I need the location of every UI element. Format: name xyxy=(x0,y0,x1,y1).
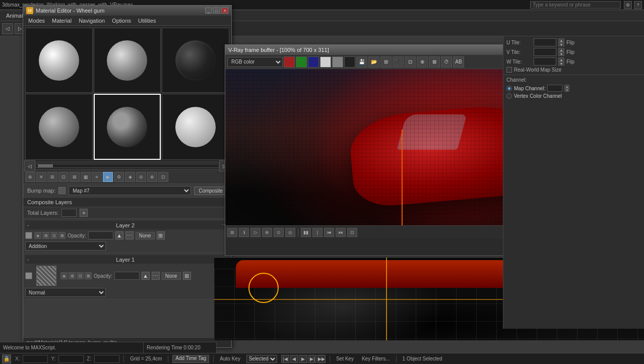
vbt-btn-2[interactable]: ℹ xyxy=(239,228,249,237)
vray-gray-btn[interactable] xyxy=(332,56,343,68)
map-channel-down[interactable]: ▼ xyxy=(564,88,569,92)
toolbar-btn-1[interactable]: ◁ xyxy=(2,23,13,34)
restore-button[interactable]: □ xyxy=(213,8,220,14)
mat-tool-1[interactable]: ⊕ xyxy=(25,172,35,182)
mat-tool-5[interactable]: ⊠ xyxy=(70,172,80,182)
mat-tool-12[interactable]: ⊕ xyxy=(147,172,157,182)
anim-play-btn[interactable]: ▶ xyxy=(299,355,307,363)
bump-map-select[interactable]: Map #7 xyxy=(69,186,191,195)
mat-tool-13[interactable]: ⊡ xyxy=(158,172,168,182)
vray-compare-btn[interactable]: ⊠ xyxy=(429,56,440,68)
u-tile-input[interactable]: 1,0 xyxy=(534,38,556,46)
map-channel-input[interactable]: 1 xyxy=(547,85,562,92)
mat-tool-4[interactable]: ⊡ xyxy=(58,172,69,182)
selected-dropdown[interactable]: Selected xyxy=(246,355,277,363)
vbt-btn-8[interactable]: | xyxy=(312,228,323,237)
layer-1-icon-1[interactable]: ◈ xyxy=(60,272,68,279)
search-icon[interactable]: ⚙ xyxy=(624,1,632,9)
u-tile-up[interactable]: ▲ xyxy=(558,38,564,42)
vray-color-mode-select[interactable]: RGB color xyxy=(227,57,283,67)
vray-black-btn[interactable] xyxy=(344,56,355,68)
real-world-checkbox[interactable] xyxy=(506,67,512,73)
vbt-btn-1[interactable]: ⊞ xyxy=(227,228,237,237)
vbt-btn-11[interactable]: ⊡ xyxy=(347,228,357,237)
minimize-button[interactable]: _ xyxy=(205,8,212,14)
bump-pin-icon[interactable] xyxy=(58,187,66,194)
vray-green-channel-btn[interactable] xyxy=(296,56,307,68)
layer-1-icon-4[interactable]: ⊠ xyxy=(85,272,92,279)
anim-end-btn[interactable]: ▶▶ xyxy=(317,355,326,363)
mat-scrollbar-h[interactable]: ◁ ▷ xyxy=(23,162,231,170)
vray-history-btn[interactable]: ⏱ xyxy=(441,56,452,68)
map-channel-up[interactable]: ▲ xyxy=(564,85,569,88)
mat-tool-11[interactable]: ⊖ xyxy=(136,172,146,182)
add-layer-button[interactable]: + xyxy=(80,209,88,217)
vbt-btn-6[interactable]: ◎ xyxy=(285,228,295,237)
v-tile-input[interactable]: 1,0 xyxy=(534,48,556,56)
mat-menu-navigation[interactable]: Navigation xyxy=(76,17,108,25)
w-tile-down[interactable]: ▼ xyxy=(558,62,564,66)
mat-sphere-2[interactable] xyxy=(94,28,161,93)
layer-2-none-button[interactable]: None xyxy=(136,232,155,239)
mat-tool-3[interactable]: ⊞ xyxy=(47,172,57,182)
vbt-btn-5[interactable]: ⊙ xyxy=(274,228,284,237)
scroll-left-btn[interactable]: ◁ xyxy=(24,160,35,171)
help-icon[interactable]: ? xyxy=(634,1,642,9)
layer-1-options-btn[interactable]: ⋯ xyxy=(152,272,160,280)
vbt-btn-4[interactable]: ⊕ xyxy=(262,228,272,237)
mat-menu-modes[interactable]: Modes xyxy=(25,17,48,25)
mat-sphere-3[interactable] xyxy=(162,28,229,93)
mat-tool-9[interactable]: ⚙ xyxy=(114,172,124,182)
map-channel-radio[interactable] xyxy=(506,86,512,91)
layer-1-color-swatch[interactable] xyxy=(25,272,32,279)
mat-sphere-1[interactable] xyxy=(25,28,93,93)
layer-2-icon-3[interactable]: ⊡ xyxy=(50,232,57,239)
layer-1-collapse-icon[interactable]: - xyxy=(27,257,29,262)
mat-tool-8[interactable]: ▶ xyxy=(103,172,113,182)
mat-menu-utilities[interactable]: Utilities xyxy=(135,17,159,25)
layer-2-opacity-input[interactable]: 100,0 xyxy=(88,231,113,239)
vertex-color-radio[interactable] xyxy=(506,93,512,99)
anim-prev-btn[interactable]: ◀ xyxy=(290,355,298,363)
anim-start-btn[interactable]: |◀ xyxy=(281,355,289,363)
search-input[interactable] xyxy=(530,1,621,9)
layer-2-icon-2[interactable]: ⊞ xyxy=(42,232,49,239)
layer-2-collapse-icon[interactable]: - xyxy=(27,222,29,228)
layer-1-extra[interactable]: ⊞ xyxy=(183,272,191,280)
vray-load-btn[interactable]: 📂 xyxy=(368,56,379,68)
mat-tool-10[interactable]: ◈ xyxy=(125,172,135,182)
add-time-tag-button[interactable]: Add Time Tag xyxy=(172,355,209,363)
mat-sphere-4[interactable] xyxy=(25,94,93,160)
layer-1-none-button[interactable]: None xyxy=(162,272,181,280)
w-tile-up[interactable]: ▲ xyxy=(558,57,564,62)
mat-sphere-5[interactable] xyxy=(94,94,161,160)
layer-2-extra[interactable]: ⊞ xyxy=(157,231,165,239)
mat-tool-2[interactable]: ✕ xyxy=(36,172,46,182)
total-layers-input[interactable]: 2 xyxy=(61,209,77,217)
lock-icon[interactable]: 🔒 xyxy=(2,354,11,363)
vray-zoom-btn[interactable]: ⊕ xyxy=(417,56,428,68)
mat-menu-options[interactable]: Options xyxy=(109,17,134,25)
layer-2-color-swatch[interactable] xyxy=(25,232,32,239)
vbt-btn-7[interactable]: ▮▮ xyxy=(301,228,311,237)
mat-sphere-6[interactable] xyxy=(162,94,229,160)
layer-1-mode-select[interactable]: Normal xyxy=(25,288,106,297)
layer-2-icon-4[interactable]: ⊠ xyxy=(58,232,66,239)
vray-copy-btn[interactable]: ⊞ xyxy=(380,56,392,68)
vray-blue-channel-btn[interactable] xyxy=(308,56,319,68)
layer-1-icon-3[interactable]: ⊡ xyxy=(77,272,84,279)
w-tile-input[interactable]: 1,0 xyxy=(534,57,556,66)
vray-stop-btn[interactable]: ⬛ xyxy=(393,56,404,68)
vray-save-btn[interactable]: 💾 xyxy=(356,56,367,68)
mat-tool-7[interactable]: ≡ xyxy=(92,172,102,182)
vbt-btn-9[interactable]: ⏮ xyxy=(324,228,334,237)
v-tile-down[interactable]: ▼ xyxy=(558,52,564,56)
vray-red-channel-btn[interactable] xyxy=(284,56,295,68)
composite-button[interactable]: Composite xyxy=(194,187,227,195)
layer-1-icon-2[interactable]: ⊞ xyxy=(69,272,76,279)
close-button[interactable]: ✕ xyxy=(221,8,228,14)
vray-white-btn[interactable] xyxy=(320,56,331,68)
vray-lut-btn[interactable]: AB xyxy=(453,56,464,68)
u-tile-down[interactable]: ▼ xyxy=(558,42,564,46)
layer-2-icon-1[interactable]: ◈ xyxy=(34,232,41,239)
